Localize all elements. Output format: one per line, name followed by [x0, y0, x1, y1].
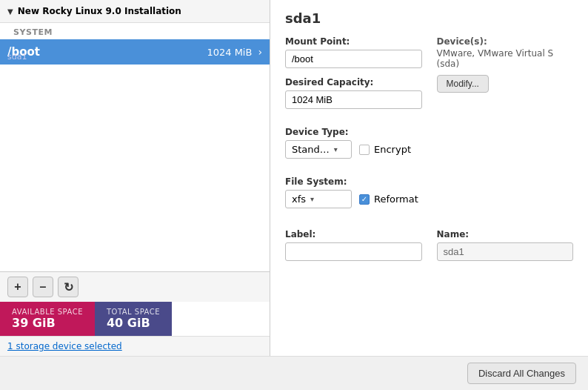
refresh-button[interactable]: ↻ — [58, 277, 78, 297]
device-type-label: Device Type: — [285, 127, 573, 137]
space-badges: AVAILABLE SPACE 39 GiB TOTAL SPACE 40 Gi… — [0, 302, 270, 336]
tree-header: ▼ New Rocky Linux 9.0 Installation — [0, 0, 270, 23]
mount-point-label: Mount Point: — [285, 36, 422, 47]
file-system-group: File System: xfs ▾ ✓ Reformat — [285, 176, 573, 208]
left-toolbar: + – ↻ — [0, 271, 270, 302]
right-panel: sda1 Mount Point: Desired Capacity: Devi… — [270, 0, 588, 356]
device-type-row: Stand… ▾ Encrypt — [285, 140, 573, 159]
boot-label: /boot — [7, 45, 207, 59]
device-type-group: Device Type: Stand… ▾ Encrypt — [285, 127, 573, 159]
form-right: Device(s): VMware, VMware Virtual S (sda… — [437, 36, 574, 93]
name-input — [437, 242, 574, 261]
desired-capacity-group: Desired Capacity: — [285, 77, 422, 109]
total-value: 40 GiB — [107, 316, 160, 330]
devices-value: VMware, VMware Virtual S (sda) — [437, 48, 574, 69]
available-space-badge: AVAILABLE SPACE 39 GiB — [0, 302, 95, 336]
system-label: SYSTEM — [0, 23, 270, 39]
desired-capacity-label: Desired Capacity: — [285, 77, 422, 87]
remove-button[interactable]: – — [33, 277, 53, 297]
boot-sub: sda1 — [7, 52, 27, 62]
encrypt-row: Encrypt — [359, 144, 411, 155]
available-label: AVAILABLE SPACE — [12, 308, 83, 316]
desired-capacity-input[interactable] — [285, 90, 422, 109]
reformat-row: ✓ Reformat — [359, 194, 418, 205]
modify-button[interactable]: Modify... — [437, 75, 489, 93]
mount-point-input[interactable] — [285, 50, 422, 68]
file-system-label: File System: — [285, 176, 573, 187]
chevron-right-icon: › — [258, 46, 262, 58]
total-space-badge: TOTAL SPACE 40 GiB — [95, 302, 172, 336]
add-button[interactable]: + — [7, 277, 28, 297]
left-panel: ▼ New Rocky Linux 9.0 Installation SYSTE… — [0, 0, 270, 356]
available-value: 39 GiB — [12, 316, 83, 330]
device-type-caret-icon: ▾ — [334, 145, 338, 153]
reformat-checkbox[interactable]: ✓ — [359, 194, 370, 205]
device-type-value: Stand… — [292, 144, 330, 155]
discard-button[interactable]: Discard All Changes — [467, 363, 576, 384]
tree-title: New Rocky Linux 9.0 Installation — [18, 6, 181, 16]
storage-device-link[interactable]: 1 storage device selected — [7, 341, 122, 351]
tree-list: SYSTEM /boot 1024 MiB › sda1 — [0, 23, 270, 271]
mount-point-group: Mount Point: — [285, 36, 422, 68]
devices-label: Device(s): — [437, 36, 574, 47]
name-field-label: Name: — [437, 229, 574, 239]
filesystem-dropdown[interactable]: xfs ▾ — [285, 190, 352, 208]
name-group: Name: — [437, 229, 574, 261]
reformat-label: Reformat — [374, 194, 418, 205]
filesystem-row: xfs ▾ ✓ Reformat — [285, 190, 573, 208]
encrypt-label: Encrypt — [374, 144, 411, 155]
form-top-section: Mount Point: Desired Capacity: Device(s)… — [285, 36, 573, 118]
filesystem-caret-icon: ▾ — [310, 195, 314, 203]
filesystem-value: xfs — [292, 194, 306, 205]
partition-title: sda1 — [285, 10, 573, 26]
label-group: Label: — [285, 229, 422, 261]
form-left: Mount Point: Desired Capacity: — [285, 36, 422, 118]
bottom-bar: Discard All Changes — [0, 356, 588, 390]
label-field-label: Label: — [285, 229, 422, 239]
device-type-dropdown[interactable]: Stand… ▾ — [285, 140, 352, 159]
encrypt-checkbox[interactable] — [359, 145, 370, 155]
boot-size: 1024 MiB — [207, 47, 252, 58]
tree-toggle-icon[interactable]: ▼ — [7, 7, 13, 16]
bottom-link-row: 1 storage device selected — [0, 336, 270, 356]
tree-item-boot[interactable]: /boot 1024 MiB › sda1 — [0, 39, 270, 65]
name-label-section: Label: Name: — [285, 229, 573, 261]
label-input[interactable] — [285, 242, 422, 261]
total-label: TOTAL SPACE — [107, 308, 160, 316]
